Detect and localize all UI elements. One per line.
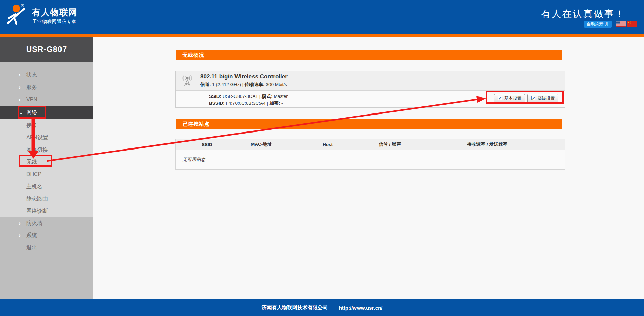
page-footer: 济南有人物联网技术有限公司 http://www.usr.cn/ <box>0 299 644 316</box>
chevron-right-icon: › <box>19 229 21 242</box>
chevron-right-icon: › <box>19 93 21 106</box>
china-flag-icon[interactable] <box>627 21 637 27</box>
rate-label: 传输速率: <box>245 82 265 87</box>
wireless-settings-buttons: 基本设置 高级设置 <box>494 94 558 103</box>
sidebar-item-label: 静态路由 <box>26 193 48 205</box>
connected-stations-table: SSID MAC-地址 Host 信号 / 噪声 接收速率 / 发送速率 无可用… <box>175 139 565 170</box>
separator: | <box>242 82 244 87</box>
brand-tagline: 工业物联网通信专家 <box>32 19 77 25</box>
column-header-signal-noise: 信号 / 噪声 <box>370 141 410 147</box>
registered-mark: ® <box>21 3 24 8</box>
sidebar-item-apn-settings[interactable]: APN设置 <box>0 131 93 144</box>
wireless-controller-summary: 802.11 b/g/n Wireless Controller 信道: 1 (… <box>176 71 565 91</box>
sidebar-item-network-switch[interactable]: 网络切换 <box>0 144 93 156</box>
sidebar-item-hostname[interactable]: 主机名 <box>0 180 93 193</box>
sidebar-item-network-diagnostics[interactable]: 网络诊断 <box>0 205 93 217</box>
column-header-ssid: SSID <box>176 142 238 147</box>
controller-subtitle: 信道: 1 (2.412 GHz) | 传输速率: 300 Mbit/s <box>200 82 288 88</box>
channel-label: 信道: <box>200 82 211 87</box>
wireless-overview-header: 无线概况 <box>176 50 562 60</box>
sidebar-item-vpn[interactable]: › VPN <box>0 93 93 106</box>
edit-icon <box>498 96 502 101</box>
sidebar-item-label: VPN <box>26 93 37 106</box>
sidebar-item-label: 服务 <box>26 81 37 93</box>
sidebar-menu: › 状态 › 服务 › VPN ⌄ 网络 接口 APN设置 网络切换 无线 <box>0 69 93 254</box>
separator: | <box>259 94 261 99</box>
column-header-rx-tx-rate: 接收速率 / 发送速率 <box>410 141 565 147</box>
header-accent-stripe <box>0 34 644 37</box>
antenna-icon <box>180 74 194 89</box>
top-header: ® 有人物联网 工业物联网通信专家 有人在认真做事！ 自动刷新 开 <box>0 0 644 34</box>
ssid-value: USR-G807-3CA1 <box>223 94 258 99</box>
column-header-mac: MAC-地址 <box>238 141 285 147</box>
advanced-settings-label: 高级设置 <box>538 95 555 101</box>
edit-icon <box>531 96 536 101</box>
sidebar-item-static-routes[interactable]: 静态路由 <box>0 193 93 205</box>
sidebar-item-label: 接口 <box>26 119 37 131</box>
wireless-details: SSID: USR-G807-3CA1 | 模式: Master BSSID: … <box>176 91 565 108</box>
sidebar-item-label: 无线 <box>26 156 37 168</box>
sidebar-item-firewall[interactable]: › 防火墙 <box>0 217 93 229</box>
sidebar-item-system[interactable]: › 系统 <box>0 229 93 242</box>
channel-value: 1 (2.412 GHz) <box>212 82 241 87</box>
sidebar-item-label: 状态 <box>26 69 37 81</box>
table-header-row: SSID MAC-地址 Host 信号 / 噪声 接收速率 / 发送速率 <box>176 139 565 150</box>
chevron-right-icon: › <box>19 69 21 81</box>
wireless-overview-panel: 802.11 b/g/n Wireless Controller 信道: 1 (… <box>175 71 565 108</box>
footer-company: 济南有人物联网技术有限公司 <box>262 304 328 311</box>
auto-refresh-toggle[interactable]: 自动刷新 开 <box>584 21 612 28</box>
table-empty-message: 无可用信息 <box>176 150 565 169</box>
basic-settings-label: 基本设置 <box>504 95 521 101</box>
sidebar-item-label: 网络 <box>26 106 37 119</box>
sidebar-item-label: DHCP <box>26 168 41 180</box>
advanced-settings-button[interactable]: 高级设置 <box>527 94 558 103</box>
column-header-host: Host <box>285 142 370 147</box>
network-submenu: 接口 APN设置 网络切换 无线 DHCP 主机名 静态路由 网络诊断 <box>0 119 93 217</box>
connected-stations-header: 已连接站点 <box>176 119 562 129</box>
sidebar-item-wireless[interactable]: 无线 <box>0 156 93 168</box>
bssid-line: BSSID: F4:70:0C:6B:3C:A4 | 加密: - <box>209 100 288 107</box>
sidebar-item-logout[interactable]: 退出 <box>0 242 93 254</box>
basic-settings-button[interactable]: 基本设置 <box>494 94 525 103</box>
main-content: 无线概况 80 <box>93 37 644 299</box>
sidebar-item-label: 退出 <box>26 242 37 254</box>
separator: | <box>267 101 268 106</box>
device-title: USR-G807 <box>0 37 93 62</box>
encryption-label: 加密: <box>269 101 280 106</box>
controller-title: 802.11 b/g/n Wireless Controller <box>200 73 288 80</box>
sidebar-item-label: 网络切换 <box>26 144 48 156</box>
bssid-value: F4:70:0C:6B:3C:A4 <box>226 101 266 106</box>
header-slogan: 有人在认真做事！ <box>541 7 625 20</box>
sidebar-item-label: APN设置 <box>26 131 48 144</box>
mode-label: 模式: <box>262 94 273 99</box>
chevron-down-icon: ⌄ <box>19 106 23 119</box>
mode-value: Master <box>274 94 288 99</box>
sidebar-item-label: 防火墙 <box>26 217 42 229</box>
sidebar-item-services[interactable]: › 服务 <box>0 81 93 93</box>
sidebar-item-label: 主机名 <box>26 180 42 193</box>
footer-url-link[interactable]: http://www.usr.cn/ <box>339 305 383 311</box>
controller-titles: 802.11 b/g/n Wireless Controller 信道: 1 (… <box>200 73 288 88</box>
chevron-right-icon: › <box>19 81 21 93</box>
chevron-right-icon: › <box>19 217 21 229</box>
bssid-label: BSSID: <box>209 101 225 106</box>
sidebar-item-interfaces[interactable]: 接口 <box>0 119 93 131</box>
sidebar: USR-G807 › 状态 › 服务 › VPN ⌄ 网络 接口 APN设置 网… <box>0 37 93 299</box>
brand-name: 有人物联网 <box>32 7 78 18</box>
ssid-line: SSID: USR-G807-3CA1 | 模式: Master <box>209 93 288 100</box>
encryption-value: - <box>281 101 283 106</box>
sidebar-item-dhcp[interactable]: DHCP <box>0 168 93 180</box>
wireless-detail-lines: SSID: USR-G807-3CA1 | 模式: Master BSSID: … <box>209 93 288 107</box>
sidebar-item-status[interactable]: › 状态 <box>0 69 93 81</box>
sidebar-item-network[interactable]: ⌄ 网络 <box>0 106 93 119</box>
rate-value: 300 Mbit/s <box>266 82 287 87</box>
sidebar-item-label: 网络诊断 <box>26 205 48 217</box>
sidebar-item-label: 系统 <box>26 229 37 242</box>
ssid-label: SSID: <box>209 94 221 99</box>
us-flag-icon[interactable] <box>616 21 626 27</box>
